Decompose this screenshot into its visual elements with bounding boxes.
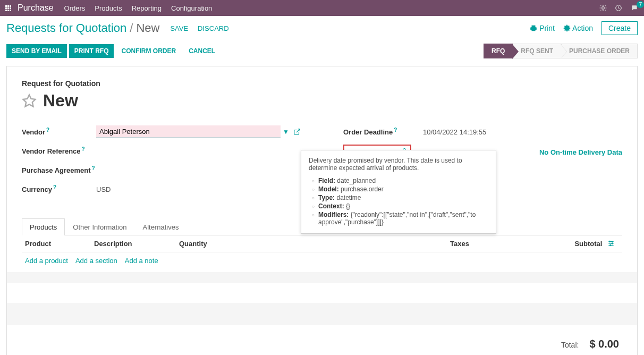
white-band (7, 286, 637, 300)
grey-band-1 (7, 272, 637, 283)
th-quantity: Quantity (179, 240, 450, 248)
form-card: Request for Quotation New Vendor? ▼ (6, 66, 638, 355)
purchase-agreement-label: Purchase Agreement? (22, 165, 96, 174)
form-subtitle: Request for Quotation (22, 79, 622, 88)
print-rfq-button[interactable]: PRINT RFQ (69, 44, 114, 58)
create-button[interactable]: Create (601, 21, 638, 35)
grey-band-2 (7, 303, 637, 325)
messages-badge: 7 (637, 1, 644, 8)
messages-icon[interactable]: 7 (630, 4, 639, 12)
breadcrumb-row: Requests for Quotation / New SAVE DISCAR… (0, 16, 644, 40)
tooltip-field: Field: date_planned (312, 177, 488, 184)
svg-point-0 (602, 7, 605, 10)
tooltip-type: Type: datetime (312, 194, 488, 201)
status-rfq-sent[interactable]: RFQ SENT (513, 44, 561, 58)
total-label: Total: (561, 341, 579, 349)
order-deadline-value[interactable]: 10/04/2022 14:19:55 (418, 128, 622, 136)
menu-orders[interactable]: Orders (64, 4, 86, 12)
favorite-star-icon[interactable] (22, 94, 37, 108)
total-value: $ 0.00 (589, 338, 619, 350)
tooltip-model: Model: purchase.order (312, 185, 488, 193)
breadcrumb-sep: / (130, 21, 133, 35)
top-nav: Purchase Orders Products Reporting Confi… (0, 0, 644, 16)
vendor-label: Vendor? (22, 127, 96, 136)
form-right-col: Order Deadline? 10/04/2022 14:19:55 Expe… (343, 125, 622, 202)
breadcrumb-actions: SAVE DISCARD (170, 24, 228, 32)
app-brand[interactable]: Purchase (18, 3, 54, 13)
print-button[interactable]: Print (530, 24, 555, 32)
svg-point-11 (610, 244, 611, 246)
debug-icon[interactable] (599, 4, 607, 12)
menu-products[interactable]: Products (95, 4, 122, 12)
tab-products[interactable]: Products (22, 218, 65, 235)
tooltip-description: Delivery date promised by vendor. This d… (309, 157, 488, 172)
status-bar: RFQ RFQ SENT PURCHASE ORDER (484, 44, 638, 58)
topnav-right-icons: 7 (599, 4, 639, 12)
confirm-order-button[interactable]: CONFIRM ORDER (116, 44, 181, 58)
activities-icon[interactable] (614, 4, 623, 12)
th-product: Product (25, 240, 94, 248)
svg-line-3 (618, 8, 620, 9)
discard-button[interactable]: DISCARD (198, 24, 229, 32)
menu-reporting[interactable]: Reporting (132, 4, 162, 12)
vendor-reference-label: Vendor Reference? (22, 146, 96, 155)
order-deadline-label: Order Deadline? (343, 127, 418, 136)
table-add-row: Add a product Add a section Add a note (22, 252, 622, 269)
add-product-link[interactable]: Add a product (25, 257, 68, 265)
svg-marker-5 (23, 95, 35, 106)
th-description: Description (94, 240, 179, 248)
no-ontime-delivery-data[interactable]: No On-time Delivery Data (539, 148, 622, 156)
status-purchase-order[interactable]: PURCHASE ORDER (561, 44, 638, 58)
th-subtotal: Subtotal (556, 240, 619, 248)
tab-other-information[interactable]: Other Information (65, 218, 134, 235)
add-section-link[interactable]: Add a section (75, 257, 117, 265)
title-row: New (22, 91, 622, 111)
save-button[interactable]: SAVE (170, 24, 188, 32)
form-left-col: Vendor? ▼ Vendor Reference? Purchase Agr… (22, 125, 301, 202)
total-row: Total: $ 0.00 (22, 328, 622, 355)
vendor-input[interactable] (96, 125, 281, 138)
tooltip-modifiers: Modifiers: {"readonly":[["state","not in… (312, 211, 488, 226)
breadcrumb-root[interactable]: Requests for Quotation (6, 21, 126, 35)
send-by-email-button[interactable]: SEND BY EMAIL (6, 44, 67, 58)
svg-point-10 (612, 243, 613, 244)
menu-configuration[interactable]: Configuration (171, 4, 212, 12)
currency-value[interactable]: USD (96, 185, 301, 193)
cancel-button[interactable]: CANCEL (183, 44, 221, 58)
breadcrumb-current: New (136, 21, 159, 35)
action-bar: SEND BY EMAIL PRINT RFQ CONFIRM ORDER CA… (0, 40, 644, 62)
action-button[interactable]: Action (563, 24, 593, 32)
tooltip-context: Context: {} (312, 202, 488, 210)
svg-point-9 (609, 241, 611, 242)
vendor-external-link-icon[interactable] (293, 128, 301, 136)
add-note-link[interactable]: Add a note (125, 257, 158, 265)
apps-icon[interactable] (5, 5, 11, 11)
column-settings-icon[interactable] (607, 240, 615, 248)
currency-label: Currency? (22, 184, 96, 193)
table-header: Product Description Quantity Taxes Subto… (22, 235, 622, 252)
status-rfq[interactable]: RFQ (484, 44, 513, 58)
tab-alternatives[interactable]: Alternatives (134, 218, 187, 235)
th-taxes: Taxes (450, 240, 556, 248)
form-title: New (43, 91, 78, 111)
vendor-dropdown-icon[interactable]: ▼ (283, 128, 289, 136)
right-actions: Print Action Create (530, 21, 638, 35)
field-tooltip: Delivery date promised by vendor. This d… (301, 150, 496, 234)
